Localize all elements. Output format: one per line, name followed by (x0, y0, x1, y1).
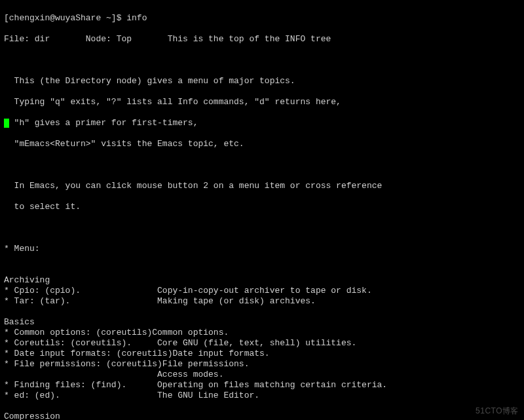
menu-item[interactable]: * ed: (ed). The GNU Line Editor. (4, 391, 520, 401)
intro-line: "h" gives a primer for first-timers, (4, 118, 520, 128)
menu-item[interactable]: * Date input formats: (coreutils)Date in… (4, 349, 520, 359)
prompt-line: [chengxin@wuyaShare ~]$ info (4, 13, 520, 24)
intro-line: Typing "q" exits, "?" lists all Info com… (4, 97, 520, 107)
info-header: File: dir Node: Top This is the top of t… (4, 34, 520, 45)
command-text: info (126, 13, 147, 23)
blank-line (4, 55, 520, 66)
section-title: Compression (4, 411, 520, 420)
blank-line (4, 160, 520, 170)
terminal-window[interactable]: [chengxin@wuyaShare ~]$ info File: dir N… (0, 0, 524, 420)
intro-line: In Emacs, you can click mouse button 2 o… (4, 181, 520, 191)
section-title: Basics (4, 317, 520, 328)
menu-item[interactable]: * Common options: (coreutils)Common opti… (4, 328, 520, 338)
blank-line (4, 401, 520, 411)
intro-line: This (the Directory node) gives a menu o… (4, 76, 520, 86)
menu-item[interactable]: * File permissions: (coreutils)File perm… (4, 359, 520, 370)
blank-line (4, 307, 520, 317)
menu-label: * Menu: (4, 244, 520, 254)
blank-line (4, 223, 520, 233)
section-title: Archiving (4, 275, 520, 286)
intro-line: "mEmacs<Return>" visits the Emacs topic,… (4, 139, 520, 149)
menu-item[interactable]: * Cpio: (cpio). Copy-in-copy-out archive… (4, 286, 520, 296)
shell-prompt: [chengxin@wuyaShare ~]$ (4, 13, 126, 23)
intro-line: to select it. (4, 202, 520, 212)
menu-item[interactable]: * Tar: (tar). Making tape (or disk) arch… (4, 296, 520, 307)
menu-sections: Archiving* Cpio: (cpio). Copy-in-copy-ou… (4, 265, 520, 420)
blank-line (4, 265, 520, 275)
watermark-text: 51CTO博客 (476, 406, 519, 416)
menu-item[interactable]: * Finding files: (find). Operating on fi… (4, 380, 520, 391)
menu-item[interactable]: Access modes. (4, 370, 520, 380)
menu-item[interactable]: * Coreutils: (coreutils). Core GNU (file… (4, 338, 520, 349)
